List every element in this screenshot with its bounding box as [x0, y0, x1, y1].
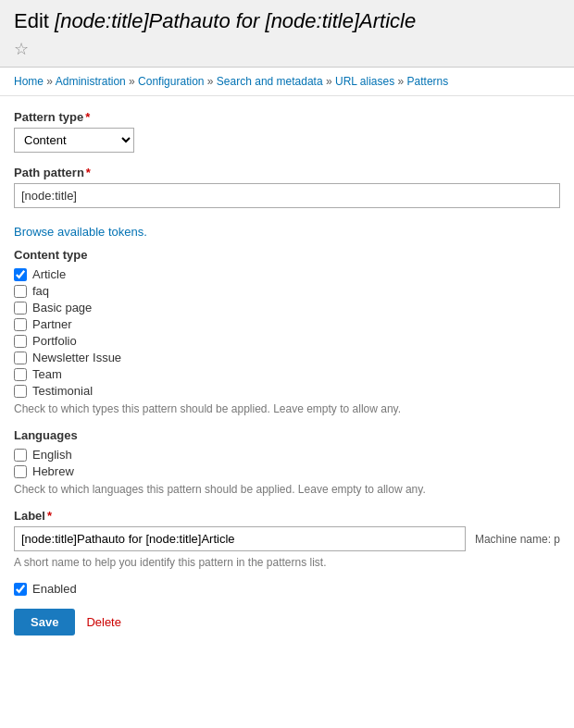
save-button[interactable]: Save: [14, 609, 75, 635]
path-pattern-group: Path pattern*: [14, 166, 560, 208]
favorite-star-icon[interactable]: ☆: [14, 39, 29, 59]
path-pattern-input[interactable]: [14, 183, 560, 208]
content-type-portfolio: Portfolio: [14, 334, 560, 348]
breadcrumb-patterns[interactable]: Patterns: [407, 75, 449, 88]
language-english-checkbox[interactable]: [14, 449, 27, 462]
content-type-newsletter-label[interactable]: Newsletter Issue: [32, 351, 121, 364]
pattern-type-select[interactable]: Content: [14, 128, 134, 153]
content-type-basic-page: Basic page: [14, 301, 560, 315]
content-type-help: Check to which types this pattern should…: [14, 402, 560, 415]
title-italic: [node:title]Pathauto for [node:title]Art…: [55, 9, 416, 32]
content-type-group: Content type Article faq Basic page Part…: [14, 248, 560, 415]
content-type-team-checkbox[interactable]: [14, 368, 27, 381]
enabled-checkbox[interactable]: [14, 583, 27, 596]
label-help: A short name to help you identify this p…: [14, 556, 560, 569]
content-type-basic-page-label[interactable]: Basic page: [32, 301, 92, 315]
label-input[interactable]: [14, 526, 466, 551]
content-type-portfolio-checkbox[interactable]: [14, 335, 27, 348]
machine-name-text: Machine name: p: [475, 533, 560, 546]
language-english-label[interactable]: English: [32, 448, 72, 462]
breadcrumb-administration[interactable]: Administration: [56, 75, 126, 88]
content-type-team: Team: [14, 367, 560, 381]
content-type-testimonial-checkbox[interactable]: [14, 385, 27, 398]
content-type-article: Article: [14, 267, 560, 281]
content-type-faq-label[interactable]: faq: [32, 284, 49, 298]
content-type-faq-checkbox[interactable]: [14, 285, 27, 298]
pattern-type-label: Pattern type*: [14, 110, 560, 124]
content-type-basic-page-checkbox[interactable]: [14, 302, 27, 315]
enabled-group: Enabled: [14, 582, 560, 596]
languages-help: Check to which languages this pattern sh…: [14, 483, 560, 496]
breadcrumb-url-aliases[interactable]: URL aliases: [335, 75, 394, 88]
content-type-newsletter: Newsletter Issue: [14, 351, 560, 364]
breadcrumb-search-metadata[interactable]: Search and metadata: [217, 75, 323, 88]
content-type-newsletter-checkbox[interactable]: [14, 352, 27, 364]
language-hebrew-checkbox[interactable]: [14, 465, 27, 478]
content-type-team-label[interactable]: Team: [32, 367, 62, 381]
content-type-label: Content type: [14, 248, 560, 262]
languages-group: Languages English Hebrew Check to which …: [14, 428, 560, 496]
content-type-partner-label[interactable]: Partner: [32, 317, 72, 331]
label-field-label: Label*: [14, 509, 560, 523]
title-prefix: Edit: [14, 9, 55, 32]
enabled-label[interactable]: Enabled: [32, 582, 77, 596]
languages-label: Languages: [14, 428, 560, 442]
label-group: Label* Machine name: p A short name to h…: [14, 509, 560, 569]
button-row: Save Delete: [14, 609, 560, 635]
content-type-article-checkbox[interactable]: [14, 268, 27, 281]
path-pattern-label: Path pattern*: [14, 166, 560, 179]
label-row: Machine name: p: [14, 526, 560, 551]
main-content: Pattern type* Content Path pattern* Brow…: [0, 96, 574, 649]
language-hebrew-label[interactable]: Hebrew: [32, 464, 74, 478]
content-type-testimonial-label[interactable]: Testimonial: [32, 384, 93, 398]
pattern-type-group: Pattern type* Content: [14, 110, 560, 153]
content-type-partner-checkbox[interactable]: [14, 318, 27, 331]
breadcrumb: Home » Administration » Configuration » …: [0, 68, 574, 96]
language-english: English: [14, 448, 560, 462]
content-type-partner: Partner: [14, 317, 560, 331]
page-title: Edit [node:title]Pathauto for [node:titl…: [14, 9, 560, 33]
content-type-faq: faq: [14, 284, 560, 298]
language-hebrew: Hebrew: [14, 464, 560, 478]
delete-link[interactable]: Delete: [86, 615, 121, 629]
content-type-testimonial: Testimonial: [14, 384, 560, 398]
breadcrumb-home[interactable]: Home: [14, 75, 44, 88]
content-type-portfolio-label[interactable]: Portfolio: [32, 334, 77, 348]
breadcrumb-configuration[interactable]: Configuration: [138, 75, 204, 88]
content-type-article-label[interactable]: Article: [32, 267, 66, 281]
page-header: Edit [node:title]Pathauto for [node:titl…: [0, 0, 574, 68]
browse-tokens-link[interactable]: Browse available tokens.: [14, 225, 147, 239]
